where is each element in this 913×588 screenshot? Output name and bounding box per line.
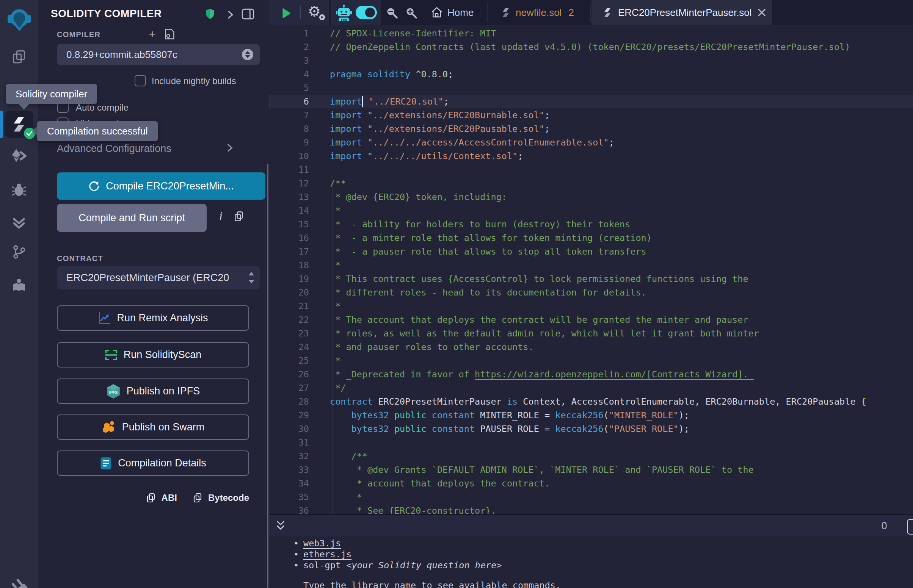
code-line: 5 [269,81,913,95]
add-compiler-icon[interactable]: + [149,27,156,41]
deploy-run-icon[interactable] [11,149,26,164]
toggle-knob [365,8,375,18]
code-line: 31 [269,436,913,449]
code-line: 22 * The account that deploys the contra… [269,313,913,326]
panel-scrollbar[interactable] [267,164,269,588]
ai-robot-icon[interactable] [336,5,352,22]
code-line: 8import "../extensions/ERC20Pausable.sol… [269,122,913,136]
compilation-status-tooltip: Compilation successful [37,121,158,141]
code-line: 10import "../../../utils/Context.sol"; [269,149,913,163]
active-plugin-indicator [0,111,3,138]
remix-logo-icon[interactable] [7,7,32,32]
publish-ipfs-button[interactable]: IPFS Publish on IPFS [57,378,249,404]
refresh-icon [88,180,100,192]
terminal-output: •web3.js•ethers.js•sol-gpt <your Solidit… [269,536,913,588]
publish-ipfs-label: Publish on IPFS [127,385,200,397]
code-line: 15 * - ability for holders to burn (dest… [269,218,913,231]
editor-column: ⚙ [269,0,913,588]
code-line: 35 * [269,490,913,504]
copilot-toggle[interactable] [356,6,377,19]
bytecode-label[interactable]: Bytecode [208,493,249,503]
run-script-play-icon[interactable] [281,8,291,19]
terminal-footer-hint: Type the library name to see available c… [269,580,913,588]
run-solidityscan-button[interactable]: Run SolidityScan [57,342,249,367]
gear-play-badge-icon [319,14,326,21]
status-tooltip-arrow [32,126,37,136]
close-tab-icon[interactable] [757,8,766,17]
code-line: 14 * [269,204,913,218]
run-remix-analysis-button[interactable]: Run Remix Analysis [57,305,249,331]
chevron-right-icon [227,144,233,152]
details-doc-icon [100,457,112,470]
code-line: 34 * account that deploys the contract. [269,477,913,490]
compile-button[interactable]: Compile ERC20PresetMin... [57,172,265,200]
tab-home[interactable]: Home [423,0,481,25]
select-arrows-icon [248,271,255,284]
compile-and-run-button[interactable]: Compile and Run script [57,204,207,232]
zoom-in-icon[interactable] [405,7,418,19]
terminal-header: 0 [269,515,913,536]
tab-newfile-label: newfile.sol [516,7,562,19]
panel-title: SOLIDITY COMPILER [51,8,162,20]
panel-layout-icon[interactable] [241,8,254,20]
toolbar-separator [300,6,301,19]
tab-separator [590,3,591,22]
compilation-details-label: Compilation Details [118,457,206,469]
zoom-out-icon[interactable] [386,7,398,19]
publish-swarm-button[interactable]: Publish on Swarm [57,415,249,440]
unit-testing-icon[interactable] [11,215,26,230]
code-line: 1// SPDX-License-Identifier: MIT [269,26,913,40]
advanced-configurations-row[interactable]: Advanced Configurations [57,143,250,155]
nightly-builds-checkbox[interactable] [134,75,146,86]
contract-select-value: ERC20PresetMinterPauser (ERC20 [66,272,229,284]
terminal-entry: •sol-gpt <your Solidity question here> [269,560,913,571]
code-line: 25 * [269,354,913,367]
expand-terminal-icon[interactable] [276,520,285,532]
code-line: 12/** [269,176,913,190]
copy-bytecode-icon[interactable] [192,493,203,503]
code-line: 17 * - a pauser role that allows to stop… [269,245,913,258]
abi-label[interactable]: ABI [162,493,177,503]
code-line: 19 * This contract uses {AccessControl} … [269,272,913,286]
advanced-configurations-label: Advanced Configurations [57,143,172,154]
code-line: 28contract ERC20PresetMinterPauser is Co… [269,395,913,409]
plugin-manager-icon[interactable] [8,577,29,588]
contract-section-label: CONTRACT [57,254,103,263]
info-icon[interactable]: i [219,209,223,223]
code-line: 32 /** [269,449,913,463]
code-line: 4pragma solidity ^0.8.0; [269,68,913,81]
copy-script-icon[interactable] [233,211,244,222]
code-line: 36 * See {ERC20-constructor}. [269,504,913,514]
remix-ide-window: SOLIDITY COMPILER COMPILER + [0,0,913,588]
code-line: 26 * _Deprecated in favor of https://wiz… [269,367,913,381]
compiler-version-value: 0.8.29+commit.ab55807c [66,49,178,61]
terminal-entry[interactable]: •web3.js [269,538,913,549]
analysis-chart-icon [98,312,111,325]
code-line: 6import "../ERC20.sol"; [269,95,913,108]
file-explorer-icon[interactable] [11,49,26,65]
home-icon [431,6,443,19]
debugger-bug-icon[interactable] [11,182,26,197]
terminal-entry[interactable]: •ethers.js [269,549,913,560]
tab-newfile[interactable]: newfile.sol 2 [494,0,580,25]
code-line: 13 * @dev {ERC20} token, including: [269,190,913,204]
editor-code[interactable]: 1// SPDX-License-Identifier: MIT2// Open… [269,25,913,514]
compiler-version-select[interactable]: 0.8.29+commit.ab55807c [57,44,260,65]
tab-erc20presetminterpauser[interactable]: ERC20PresetMinterPauser.sol [591,0,772,25]
compiler-tooltip-arrow [18,103,29,110]
chevron-right-icon[interactable] [228,11,233,19]
contract-select[interactable]: ERC20PresetMinterPauser (ERC20 [57,266,260,289]
copy-abi-icon[interactable] [146,493,156,503]
code-line: 16 * - a minter role that allows for tok… [269,231,913,245]
terminal-search-box[interactable] [907,519,913,535]
indent-guide [332,176,332,514]
git-branch-icon[interactable] [11,244,26,260]
code-line: 23 * roles, as well as the default admin… [269,326,913,340]
scan-frame-icon [105,349,118,362]
compilation-details-button[interactable]: Compilation Details [57,451,249,476]
code-line: 11 [269,163,913,176]
learn-book-icon[interactable] [11,277,26,292]
editor-topbar: ⚙ [269,0,913,25]
code-line: 30 bytes32 public constant PAUSER_ROLE =… [269,422,913,436]
license-file-icon[interactable] [164,28,175,40]
